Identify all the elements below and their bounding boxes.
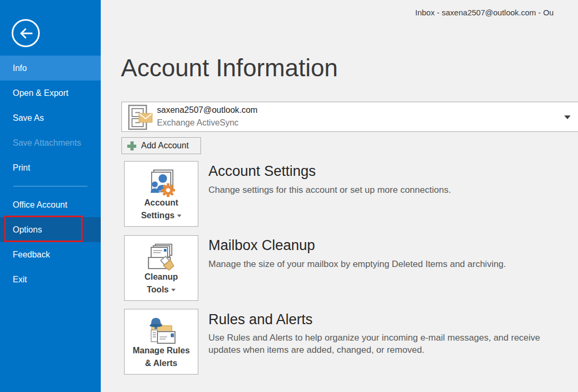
account-email: saxena2507@outlook.com [157, 105, 258, 115]
back-button[interactable] [12, 19, 40, 47]
mailbox-account-icon [128, 104, 153, 131]
section-title-rules-alerts: Rules and Alerts [208, 311, 313, 328]
manage-rules-alerts-button[interactable]: Manage Rules & Alerts [124, 309, 198, 375]
account-type: Exchange ActiveSync [157, 118, 239, 128]
sidebar-item-save-attachments: Save Attachments [0, 130, 101, 155]
section-title-mailbox-cleanup: Mailbox Cleanup [208, 237, 315, 254]
sidebar-item-office-account[interactable]: Office Account [0, 192, 101, 217]
sidebar-item-label: Save As [13, 113, 44, 123]
plus-icon [127, 141, 137, 151]
chevron-down-icon [564, 115, 571, 119]
sidebar-item-label: Exit [13, 275, 27, 284]
sidebar-item-open-export[interactable]: Open & Export [0, 81, 101, 105]
sidebar-item-label: Save Attachments [13, 138, 81, 148]
backstage-nav: Info Open & Export Save As Save Attachme… [0, 56, 101, 292]
account-selector-dropdown[interactable]: saxena2507@outlook.com Exchange ActiveSy… [121, 102, 578, 132]
section-title-account-settings: Account Settings [208, 163, 316, 180]
sidebar-item-print[interactable]: Print [0, 155, 101, 180]
sidebar-item-save-as[interactable]: Save As [0, 105, 101, 130]
sidebar-item-exit[interactable]: Exit [0, 267, 101, 292]
page-title: Account Information [121, 54, 338, 82]
sidebar-item-label: Info [13, 64, 27, 73]
sidebar-divider [0, 180, 101, 192]
cleanup-tools-button[interactable]: Cleanup Tools [124, 235, 198, 301]
account-settings-icon [145, 168, 178, 198]
sidebar-item-label: Options [13, 225, 42, 235]
cleanup-tools-icon [145, 243, 178, 272]
sidebar-item-label: Open & Export [13, 88, 68, 98]
dropdown-caret-icon [171, 289, 176, 291]
window-title: Inbox - saxena2507@outlook.com - Ou [415, 8, 554, 17]
tile-label: Account Settings [125, 197, 198, 222]
back-arrow-icon [19, 28, 33, 39]
add-account-button[interactable]: Add Account [121, 137, 201, 154]
backstage-sidebar: Info Open & Export Save As Save Attachme… [0, 0, 101, 392]
sidebar-item-label: Feedback [13, 250, 50, 260]
dropdown-caret-icon [177, 215, 181, 217]
section-desc-mailbox-cleanup: Manage the size of your mailbox by empty… [208, 258, 558, 270]
section-desc-rules-alerts: Use Rules and Alerts to help organize yo… [208, 332, 558, 356]
sidebar-item-label: Print [13, 163, 30, 173]
sidebar-item-info[interactable]: Info [0, 56, 101, 81]
section-desc-account-settings: Change settings for this account or set … [208, 184, 558, 196]
sidebar-item-feedback[interactable]: Feedback [0, 242, 101, 267]
tile-label: Cleanup Tools [125, 271, 198, 296]
tile-label: Manage Rules & Alerts [125, 344, 198, 370]
sidebar-item-label: Office Account [13, 200, 67, 210]
add-account-label: Add Account [141, 141, 189, 150]
sidebar-item-options[interactable]: Options [0, 217, 101, 242]
rules-alerts-icon [145, 316, 178, 346]
account-settings-button[interactable]: Account Settings [124, 161, 198, 227]
